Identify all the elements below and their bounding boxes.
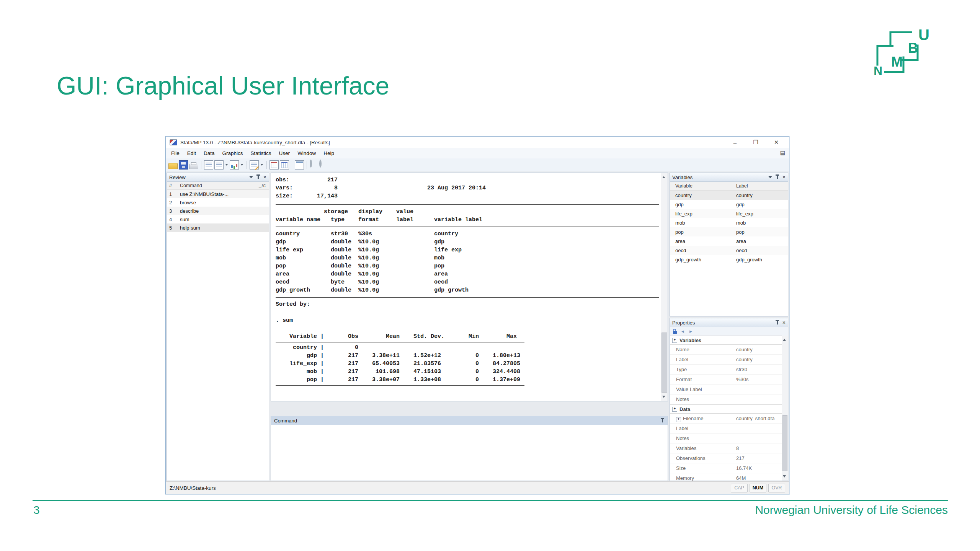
variable-row[interactable]: life_exp life_exp <box>670 209 788 218</box>
lock-icon[interactable] <box>673 331 677 334</box>
variable-row[interactable]: pop pop <box>670 227 788 236</box>
log-icon[interactable] <box>204 160 213 170</box>
variable-row[interactable]: gdp gdp <box>670 200 788 209</box>
window-title: Stata/MP 13.0 - Z:\NMBU\Stata-kurs\count… <box>180 140 723 145</box>
data-editor-icon[interactable] <box>270 160 279 170</box>
property-row[interactable]: Format %30s <box>670 375 782 385</box>
property-row[interactable]: Filename country_short.dta <box>670 414 782 424</box>
review-row[interactable]: 1 use Z:\NMBU\Stata-... <box>167 190 269 198</box>
review-row[interactable]: 2 browse <box>167 198 269 207</box>
dock-icon[interactable]: ▤ <box>780 150 785 155</box>
variable-row[interactable]: gdp_growth gdp_growth <box>670 255 788 264</box>
logo-line <box>877 46 887 66</box>
properties-section-data[interactable]: Data <box>670 404 782 414</box>
review-col-rc[interactable]: _rc <box>259 183 269 188</box>
filter-icon[interactable] <box>249 176 253 180</box>
property-row[interactable]: Observations 217 <box>670 453 782 463</box>
property-row[interactable]: Label country <box>670 355 782 365</box>
review-row[interactable]: 3 describe <box>167 207 269 215</box>
pin-icon[interactable] <box>777 176 778 179</box>
pin-icon[interactable] <box>777 321 778 324</box>
command-pane-header[interactable]: Command <box>271 416 668 425</box>
properties-section-variables[interactable]: Variables <box>670 336 782 345</box>
save-icon[interactable] <box>179 160 188 170</box>
review-col-num[interactable]: # <box>167 183 180 188</box>
scrollbar-thumb[interactable] <box>782 415 787 471</box>
collapse-icon[interactable] <box>672 407 677 412</box>
property-row[interactable]: Memory 64M <box>670 473 782 481</box>
properties-pane-header[interactable]: Properties × <box>670 318 788 327</box>
variables-pane-header[interactable]: Variables × <box>670 173 788 182</box>
review-column-headers: # Command _rc <box>167 182 269 190</box>
pin-icon[interactable] <box>662 419 663 422</box>
review-pane-header[interactable]: Review × <box>167 173 269 182</box>
property-row[interactable]: Value Label <box>670 385 782 395</box>
graph-dropdown-icon[interactable] <box>241 164 243 166</box>
scroll-down-icon[interactable] <box>783 475 786 479</box>
property-row[interactable]: Type str30 <box>670 365 782 375</box>
num-lock-toggle[interactable]: NUM <box>750 484 766 492</box>
scroll-down-icon[interactable] <box>662 396 665 399</box>
variable-row[interactable]: mob mob <box>670 218 788 227</box>
overwrite-toggle[interactable]: OVR <box>768 484 785 492</box>
maximize-button[interactable]: ❐ <box>747 139 764 146</box>
properties-scrollbar[interactable] <box>782 336 788 481</box>
property-row[interactable]: Variables 8 <box>670 443 782 453</box>
review-col-command[interactable]: Command <box>180 183 259 188</box>
break-icon[interactable] <box>310 160 312 168</box>
print-icon[interactable] <box>189 164 198 169</box>
clear-more-icon[interactable] <box>319 160 322 168</box>
variable-row[interactable]: oecd oecd <box>670 246 788 255</box>
scroll-up-icon[interactable] <box>662 174 665 178</box>
variable-row[interactable]: area area <box>670 236 788 246</box>
variable-row[interactable]: country country <box>670 191 788 200</box>
review-row[interactable]: 4 sum <box>167 215 269 223</box>
toolbar-separator <box>247 161 247 169</box>
variables-col-variable[interactable]: Variable <box>670 183 733 189</box>
next-variable-icon[interactable]: ► <box>689 329 693 334</box>
command-pane-title: Command <box>274 418 660 424</box>
pin-icon[interactable] <box>258 176 259 179</box>
menu-help[interactable]: Help <box>320 150 338 156</box>
filter-icon[interactable] <box>768 176 772 180</box>
minimize-button[interactable]: – <box>726 139 744 146</box>
menu-graphics[interactable]: Graphics <box>219 150 247 156</box>
logo-letter-n: N <box>874 64 882 78</box>
close-button[interactable]: ✕ <box>768 139 785 146</box>
review-pane-title: Review <box>169 174 249 180</box>
close-pane-icon[interactable]: × <box>782 320 786 325</box>
prev-variable-icon[interactable]: ◄ <box>681 329 685 334</box>
variables-col-label[interactable]: Label <box>733 182 788 190</box>
open-icon[interactable] <box>168 163 178 169</box>
close-pane-icon[interactable]: × <box>782 174 786 180</box>
property-row[interactable]: Label <box>670 424 782 434</box>
menu-file[interactable]: File <box>167 150 183 156</box>
window-titlebar[interactable]: Stata/MP 13.0 - Z:\NMBU\Stata-kurs\count… <box>166 137 789 148</box>
property-row[interactable]: Notes <box>670 434 782 443</box>
menu-statistics[interactable]: Statistics <box>247 150 275 156</box>
do-file-editor-icon[interactable] <box>250 160 259 170</box>
expand-icon[interactable] <box>676 417 681 422</box>
property-row[interactable]: Notes <box>670 395 782 404</box>
results-scrollbar[interactable] <box>661 173 668 401</box>
property-row[interactable]: Name country <box>670 345 782 355</box>
property-row[interactable]: Size 16.74K <box>670 463 782 473</box>
review-row-selected[interactable]: 5 help sum <box>167 223 269 232</box>
menu-user[interactable]: User <box>275 150 294 156</box>
caps-lock-toggle[interactable]: CAP <box>731 484 748 492</box>
do-file-dropdown-icon[interactable] <box>261 164 263 166</box>
toolbar-separator <box>307 161 307 169</box>
menu-data[interactable]: Data <box>200 150 219 156</box>
more-window-icon[interactable] <box>295 160 304 170</box>
scrollbar-thumb[interactable] <box>662 333 667 393</box>
close-pane-icon[interactable]: × <box>263 174 266 180</box>
viewer-icon[interactable] <box>214 160 224 170</box>
collapse-icon[interactable] <box>672 338 677 343</box>
graph-icon[interactable] <box>230 160 239 170</box>
viewer-dropdown-icon[interactable] <box>225 164 228 166</box>
data-browser-icon[interactable] <box>280 160 289 170</box>
command-input[interactable] <box>271 425 668 481</box>
menu-edit[interactable]: Edit <box>183 150 200 156</box>
scroll-up-icon[interactable] <box>783 337 786 341</box>
menu-window[interactable]: Window <box>294 150 320 156</box>
